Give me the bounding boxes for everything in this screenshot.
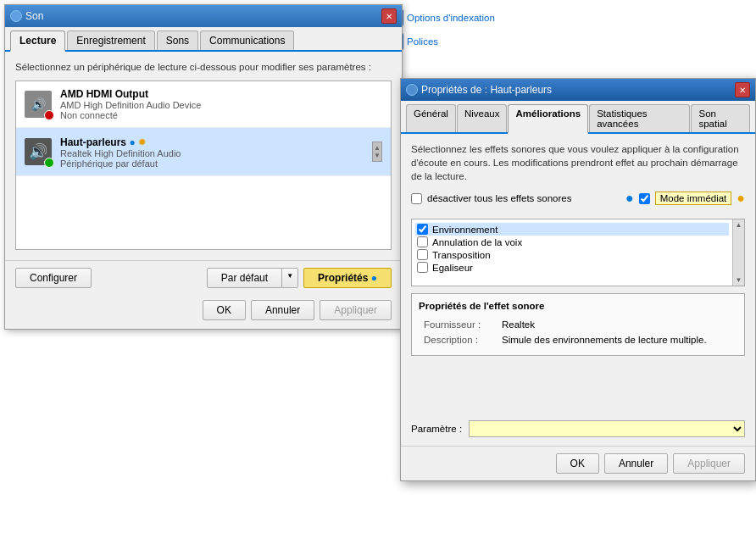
son-title-icon (10, 10, 22, 22)
effect-egal-checkbox[interactable] (417, 262, 428, 273)
effects-list: Environnement Annulation de la voix Tran… (412, 219, 732, 286)
fournisseur-value: Realtek (498, 318, 736, 331)
hp-dot-blue: ● (129, 136, 135, 148)
effect-info-table: Fournisseur : Realtek Description : Simu… (419, 316, 737, 348)
effect-egaliseur[interactable]: Egaliseur (415, 261, 729, 274)
effect-environnement[interactable]: Environnement (415, 223, 729, 236)
son-appliquer-button[interactable]: Appliquer (320, 300, 392, 320)
effect-egal-label: Egaliseur (432, 263, 473, 273)
mode-immediat-checkbox[interactable] (639, 193, 650, 204)
tab-lecture[interactable]: Lecture (10, 31, 65, 52)
tab-statistiques[interactable]: Statistiques avancées (589, 104, 690, 132)
son-footer: Configurer Par défaut ▼ Propriétés ● (5, 260, 402, 295)
par-defaut-arrow[interactable]: ▼ (282, 268, 298, 288)
effects-scrollbar[interactable]: ▲ ▼ (732, 219, 744, 286)
son-dialog: Son ✕ Lecture Enregistrement Sons Commun… (4, 4, 403, 330)
description-label: Description : (420, 333, 497, 347)
effect-info-title: Propriétés de l'effet sonore (419, 301, 737, 311)
effect-annulation[interactable]: Annulation de la voix (415, 236, 729, 248)
effect-env-label: Environnement (432, 225, 498, 235)
bg-item-indexation[interactable]: 🔍 Options d'indexation (383, 7, 570, 29)
son-annuler-button[interactable]: Annuler (251, 300, 314, 320)
list-scrollbar[interactable]: ▲ ▼ (372, 142, 382, 162)
desactiver-checkbox[interactable] (411, 193, 422, 204)
prop-tabs-bar: Général Niveaux Améliorations Statistiqu… (401, 101, 755, 134)
mode-immediat-label: Mode immédiat (655, 192, 732, 205)
tab-ameliorations[interactable]: Améliorations (508, 104, 588, 134)
device-item-amd[interactable]: 🔊 AMD HDMI Output AMD High Definition Au… (16, 81, 391, 128)
par-defaut-group: Par défaut ▼ (207, 268, 298, 288)
prop-titlebar: Propriétés de : Haut-parleurs ✕ (401, 79, 755, 101)
amd-device-sub1: AMD High Definition Audio Device (60, 100, 382, 110)
prop-body: Sélectionnez les effets sonores que vous… (401, 134, 755, 446)
spacer (411, 363, 745, 414)
amd-device-icon: 🔊 (25, 91, 52, 118)
effect-trans-label: Transposition (432, 250, 491, 260)
hp-device-sub1: Realtek High Definition Audio (60, 148, 364, 158)
son-ok-footer: OK Annuler Appliquer (5, 295, 402, 329)
amd-badge (44, 110, 54, 120)
hp-device-icon: 🔊 (25, 138, 52, 165)
bg-item-polices[interactable]: A Polices (383, 31, 570, 53)
device-list: 🔊 AMD HDMI Output AMD High Definition Au… (15, 80, 392, 250)
son-body: Sélectionnez un périphérique de lecture … (5, 52, 402, 260)
tab-communications[interactable]: Communications (200, 31, 294, 50)
parametre-row: Paramètre : (411, 420, 745, 437)
footer-right-buttons: Par défaut ▼ Propriétés ● (207, 268, 392, 288)
son-titlebar: Son ✕ (5, 5, 402, 27)
parametre-label: Paramètre : (411, 424, 462, 434)
prop-title: Propriétés de : Haut-parleurs (421, 84, 552, 96)
tab-niveaux[interactable]: Niveaux (457, 104, 508, 132)
tab-enregistrement[interactable]: Enregistrement (67, 31, 154, 50)
effect-ann-label: Annulation de la voix (432, 237, 522, 247)
prop-title-icon (406, 84, 418, 96)
fournisseur-row: Fournisseur : Realtek (420, 318, 736, 331)
son-title: Son (25, 10, 43, 22)
effect-transposition[interactable]: Transposition (415, 248, 729, 261)
amd-device-info: AMD HDMI Output AMD High Definition Audi… (60, 88, 382, 120)
prop-appliquer-button[interactable]: Appliquer (673, 453, 745, 474)
desactiver-row: désactiver tous les effets sonores (411, 193, 571, 204)
tab-general[interactable]: Général (406, 104, 456, 132)
proprietes-button[interactable]: Propriétés ● (303, 268, 392, 288)
fournisseur-label: Fournisseur : (420, 318, 497, 331)
effect-ann-checkbox[interactable] (417, 236, 428, 247)
prop-desc: Sélectionnez les effets sonores que vous… (411, 142, 745, 183)
mode-immediat-row: ● Mode immédiat ● (625, 192, 745, 205)
effect-env-checkbox[interactable] (417, 224, 428, 235)
tab-son-spatial[interactable]: Son spatial (691, 104, 750, 132)
amd-device-name: AMD HDMI Output (60, 88, 382, 100)
mode-dot-yellow: ● (737, 192, 745, 205)
son-ok-button[interactable]: OK (203, 300, 246, 320)
tab-sons[interactable]: Sons (157, 31, 198, 50)
parametre-select[interactable] (469, 420, 745, 437)
mode-dot-blue: ● (625, 192, 634, 205)
hp-device-info: Haut-parleurs ● ● Realtek High Definitio… (60, 135, 364, 169)
prop-footer: OK Annuler Appliquer (401, 446, 755, 480)
effect-trans-checkbox[interactable] (417, 249, 428, 260)
prop-dialog: Propriétés de : Haut-parleurs ✕ Général … (400, 78, 756, 481)
prop-ok-button[interactable]: OK (556, 453, 599, 474)
prop-annuler-button[interactable]: Annuler (604, 453, 668, 474)
device-item-haut-parleurs[interactable]: 🔊 Haut-parleurs ● ● Realtek High Definit… (16, 128, 391, 176)
prop-close-button[interactable]: ✕ (735, 82, 750, 97)
amd-device-sub2: Non connecté (60, 110, 382, 120)
checkboxes-row: désactiver tous les effets sonores ● Mod… (411, 192, 745, 212)
hp-badge (44, 158, 54, 168)
effect-info-box: Propriétés de l'effet sonore Fournisseur… (411, 293, 745, 356)
hp-device-sub2: Périphérique par défaut (60, 158, 364, 169)
son-desc: Sélectionnez un périphérique de lecture … (15, 62, 392, 72)
hp-device-name: Haut-parleurs ● ● (60, 135, 364, 148)
description-row: Description : Simule des environnements … (420, 333, 736, 347)
par-defaut-button[interactable]: Par défaut (207, 268, 282, 288)
hp-dot-yellow: ● (138, 134, 147, 148)
configurer-button[interactable]: Configurer (15, 268, 92, 288)
son-close-button[interactable]: ✕ (381, 8, 397, 24)
son-tabs-bar: Lecture Enregistrement Sons Communicatio… (5, 27, 402, 52)
description-value: Simule des environnements de lecture mul… (498, 333, 736, 347)
effects-list-container: Environnement Annulation de la voix Tran… (411, 219, 745, 286)
device-list-container: 🔊 AMD HDMI Output AMD High Definition Au… (15, 80, 392, 250)
desactiver-label: désactiver tous les effets sonores (427, 193, 571, 203)
